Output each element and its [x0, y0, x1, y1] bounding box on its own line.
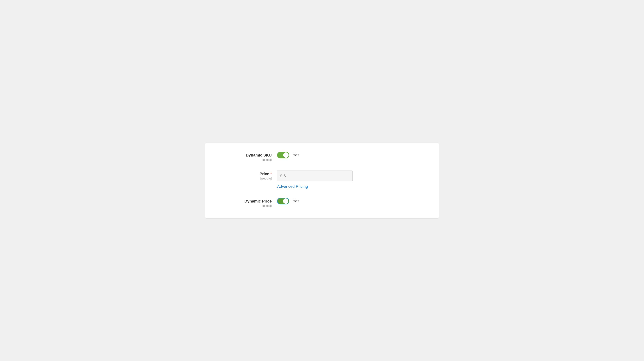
price-label: Price	[260, 172, 269, 176]
dynamic-sku-track	[277, 152, 289, 158]
dynamic-price-label-group: Dynamic Price [global]	[216, 198, 277, 208]
dynamic-sku-yes-label: Yes	[293, 153, 299, 158]
dynamic-price-row: Dynamic Price [global] Yes	[216, 198, 428, 208]
price-required-indicator: *	[270, 172, 272, 176]
dynamic-price-thumb	[283, 198, 288, 204]
dynamic-sku-row: Dynamic SKU [global] Yes	[216, 152, 428, 162]
dynamic-price-control: Yes	[277, 198, 428, 204]
price-label-required-row: Price *	[216, 172, 272, 176]
settings-card: Dynamic SKU [global] Yes Price * [websit…	[205, 143, 439, 218]
dynamic-sku-scope: [global]	[216, 158, 272, 162]
price-label-group: Price * [website]	[216, 170, 277, 180]
price-currency-symbol: $	[280, 174, 282, 178]
dynamic-sku-toggle[interactable]	[277, 152, 289, 158]
dynamic-sku-control: Yes	[277, 152, 428, 158]
dynamic-price-toggle[interactable]	[277, 198, 289, 204]
dynamic-price-scope: [global]	[216, 204, 272, 208]
dynamic-price-label: Dynamic Price	[216, 199, 272, 204]
dynamic-price-yes-label: Yes	[293, 199, 299, 204]
dynamic-sku-thumb	[283, 152, 288, 158]
price-row: Price * [website] $ Advanced Pricing	[216, 170, 428, 189]
dynamic-sku-label: Dynamic SKU	[216, 153, 272, 158]
price-scope: [website]	[216, 177, 272, 180]
dynamic-sku-label-group: Dynamic SKU [global]	[216, 152, 277, 162]
price-input[interactable]	[284, 174, 350, 178]
dynamic-sku-toggle-row: Yes	[277, 152, 428, 158]
dynamic-price-toggle-row: Yes	[277, 198, 428, 204]
dynamic-price-track	[277, 198, 289, 204]
price-input-wrapper: $	[277, 170, 352, 181]
price-control: $ Advanced Pricing	[277, 170, 428, 189]
advanced-pricing-link[interactable]: Advanced Pricing	[277, 184, 428, 189]
